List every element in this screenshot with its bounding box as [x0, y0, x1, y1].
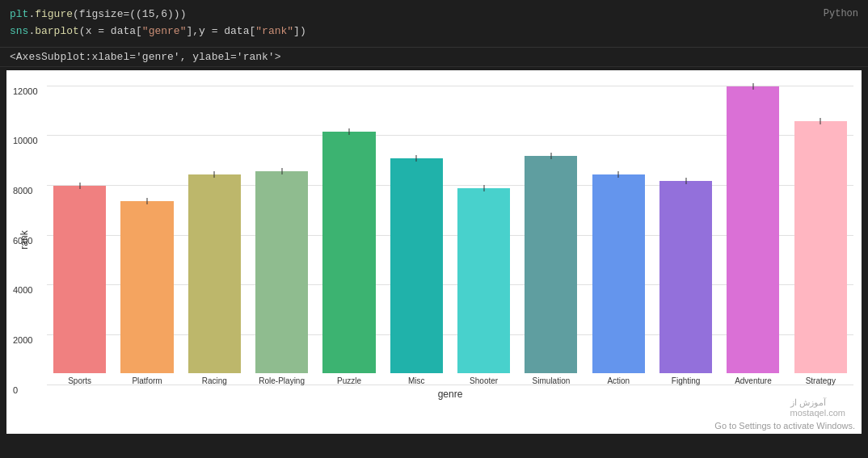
chart-container: rank SportsPlatformRacingRole-PlayingPuz… [6, 70, 862, 434]
bar-group: Role-Playing [249, 78, 314, 385]
bar-group: Strategy [788, 78, 853, 385]
bar-group: Sports [47, 78, 112, 385]
bar-label: Shooter [451, 376, 516, 385]
y-tick-label: 6000 [13, 236, 32, 246]
code-line-1: plt.figure(figsize=((15,6))) [10, 6, 858, 23]
bar-group: Platform [114, 78, 179, 385]
bar-simulation [525, 156, 577, 372]
bar-label: Adventure [720, 376, 786, 385]
bar-group: Misc [384, 78, 449, 385]
bar-label: Role-Playing [249, 376, 314, 385]
bar-label: Fighting [653, 376, 718, 385]
bar-adventure [727, 86, 779, 373]
y-tick-label: 4000 [13, 285, 32, 295]
bar-label: Simulation [518, 376, 584, 385]
bar-sports [53, 186, 106, 372]
bar-group: Fighting [653, 78, 718, 385]
bar-platform [120, 201, 173, 373]
bar-group: Shooter [451, 78, 516, 385]
y-tick-label: 0 [13, 385, 18, 395]
chart-area: SportsPlatformRacingRole-PlayingPuzzleMi… [47, 78, 853, 385]
bar-group: Racing [182, 78, 247, 385]
windows-notice: Go to Settings to activate Windows. [714, 421, 855, 431]
language-badge: Python [824, 8, 858, 19]
bar-racing [188, 174, 241, 373]
y-tick-label: 8000 [13, 186, 32, 195]
bar-label: Sports [47, 376, 112, 385]
code-block: plt.figure(figsize=((15,6))) sns.barplot… [0, 0, 868, 48]
y-tick-label: 10000 [13, 136, 38, 145]
bar-group: Puzzle [316, 78, 381, 385]
bar-puzzle [322, 132, 375, 373]
y-tick-label: 12000 [13, 86, 38, 96]
bar-group: Simulation [518, 78, 584, 385]
bar-label: Misc [384, 376, 449, 385]
bar-misc [390, 158, 443, 372]
bar-label: Puzzle [316, 376, 381, 385]
bar-label: Racing [182, 376, 247, 385]
bar-role-playing [255, 171, 308, 373]
bar-fighting [659, 181, 712, 372]
x-axis-label: genre [47, 389, 853, 400]
y-tick-label: 2000 [13, 335, 32, 345]
bar-label: Action [586, 376, 651, 385]
output-text: <AxesSubplot:xlabel='genre', ylabel='ran… [0, 48, 868, 67]
watermark: آموزش ازmostaqel.com [790, 397, 845, 418]
code-line-2: sns.barplot(x = data["genre"],y = data["… [10, 23, 858, 40]
bar-label: Platform [114, 376, 179, 385]
bar-strategy [794, 121, 847, 372]
bar-group: Action [586, 78, 651, 385]
bar-action [592, 174, 645, 373]
bar-shooter [457, 188, 510, 372]
bar-label: Strategy [788, 376, 853, 385]
bar-group: Adventure [720, 78, 786, 385]
